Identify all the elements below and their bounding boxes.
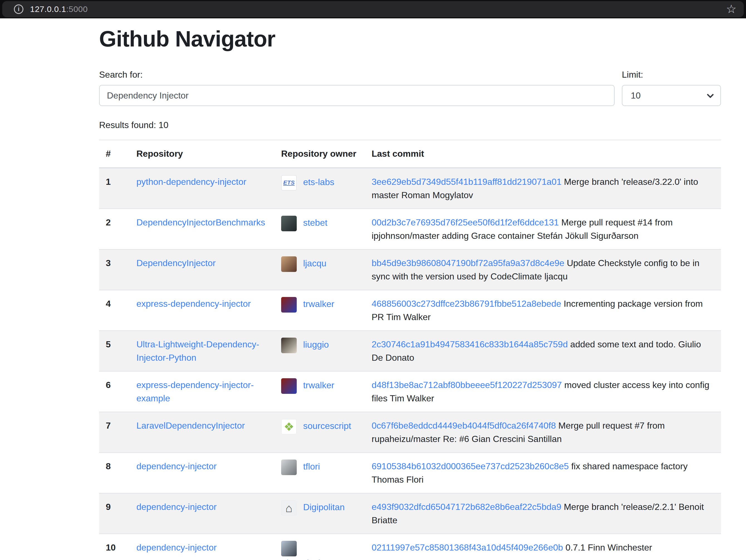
column-header: # xyxy=(99,140,130,168)
row-number: 2 xyxy=(99,209,130,249)
owner-avatar xyxy=(281,460,297,475)
commit-hash-link[interactable]: 3ee629eb5d7349d55f41b119aff81dd219071a01 xyxy=(372,177,562,187)
owner-avatar xyxy=(281,378,297,394)
repo-link[interactable]: dependency-injector xyxy=(136,542,217,553)
repo-link[interactable]: DependencyInjector xyxy=(136,258,216,268)
repo-link[interactable]: python-dependency-injector xyxy=(136,177,246,187)
url-bar[interactable]: i 127.0.0.1:5000 ☆ xyxy=(2,1,744,17)
browser-chrome: i 127.0.0.1:5000 ☆ xyxy=(0,0,746,18)
owner-avatar: ETS xyxy=(281,175,297,190)
owner-avatar: ❖ xyxy=(281,419,297,435)
owner-avatar xyxy=(281,297,297,313)
commit-hash-link[interactable]: d48f13be8ac712abf80bbeeee5f120227d253097 xyxy=(372,380,562,390)
row-number: 3 xyxy=(99,249,130,290)
table-row: 1 python-dependency-injector ETS ets-lab… xyxy=(99,168,721,209)
commit-hash-link[interactable]: 69105384b61032d000365ee737cd2523b260c8e5 xyxy=(372,461,569,471)
row-number: 5 xyxy=(99,331,130,371)
owner-link[interactable]: stebet xyxy=(303,218,327,228)
row-number: 7 xyxy=(99,412,130,452)
commit-hash-link[interactable]: 468856003c273dffce23b86791fbbe512a8ebede xyxy=(372,299,561,309)
repo-link[interactable]: express-dependency-injector xyxy=(136,299,251,309)
repo-link[interactable]: LaravelDependencyInjector xyxy=(136,420,245,431)
commit-hash-link[interactable]: 02111997e57c85801368f43a10d45f409e266e0b xyxy=(372,542,563,553)
owner-link[interactable]: trwalker xyxy=(303,299,334,309)
table-row: 5 Ultra-Lightweight-Dependency-Injector-… xyxy=(99,331,721,371)
owner-link[interactable]: ljacqu xyxy=(303,258,326,268)
commit-hash-link[interactable]: 0c67f6be8eddcd4449eb4044f5df0ca26f4740f8 xyxy=(372,420,556,431)
limit-select[interactable]: 10 xyxy=(622,85,721,106)
bookmark-star-icon[interactable]: ☆ xyxy=(726,3,737,15)
owner-link[interactable]: sourcescript xyxy=(303,421,351,431)
row-number: 6 xyxy=(99,371,130,412)
table-row: 7 LaravelDependencyInjector ❖ sourcescri… xyxy=(99,412,721,452)
repo-link[interactable]: dependency-injector xyxy=(136,461,217,471)
url-port: :5000 xyxy=(66,4,88,13)
owner-link[interactable]: Digipolitan xyxy=(303,502,345,512)
row-number: 4 xyxy=(99,290,130,331)
chevron-down-icon xyxy=(707,91,714,98)
row-number: 9 xyxy=(99,493,130,534)
url-host: 127.0.0.1 xyxy=(30,4,66,13)
commit-hash-link[interactable]: 2c30746c1a91b4947583416c833b1644a85c759d xyxy=(372,339,568,349)
table-row: 2 DependencyInjectorBenchmarks stebet 00… xyxy=(99,209,721,249)
owner-link[interactable]: tflori xyxy=(303,462,320,471)
owner-avatar: ⌂ xyxy=(281,500,297,516)
repo-link[interactable]: express-dependency-injector-example xyxy=(136,380,254,403)
results-table: #RepositoryRepository ownerLast commit 1… xyxy=(99,140,721,560)
page-title: Github Navigator xyxy=(99,26,721,52)
repo-link[interactable]: dependency-injector xyxy=(136,502,217,512)
page-container: Github Navigator Search for: Limit: 10 R… xyxy=(99,26,721,560)
commit-hash-link[interactable]: bb45d9e3b98608047190bf72a95fa9a37d8c4e9e xyxy=(372,258,564,268)
table-row: 10 dependency-injector FinnWinchester 02… xyxy=(99,534,721,560)
table-row: 8 dependency-injector tflori 69105384b61… xyxy=(99,452,721,493)
commit-message: 0.7.1 Finn Winchester xyxy=(565,542,652,553)
search-input[interactable] xyxy=(99,85,614,106)
limit-label: Limit: xyxy=(622,69,721,80)
column-header: Last commit xyxy=(365,140,721,168)
limit-group: Limit: 10 xyxy=(622,69,721,106)
table-header: #RepositoryRepository ownerLast commit xyxy=(99,140,721,168)
owner-avatar xyxy=(281,256,297,272)
owner-avatar xyxy=(281,337,297,353)
table-row: 3 DependencyInjector ljacqu bb45d9e3b986… xyxy=(99,249,721,290)
results-count: Results found: 10 xyxy=(99,120,721,130)
owner-link[interactable]: ets-labs xyxy=(303,177,334,187)
row-number: 10 xyxy=(99,534,130,560)
table-row: 6 express-dependency-injector-example tr… xyxy=(99,371,721,412)
table-row: 4 express-dependency-injector trwalker 4… xyxy=(99,290,721,331)
row-number: 1 xyxy=(99,168,130,209)
search-form: Search for: Limit: 10 xyxy=(99,69,721,106)
row-number: 8 xyxy=(99,452,130,493)
commit-hash-link[interactable]: e493f9032dfcd65047172b682e8b6eaf22c5bda9 xyxy=(372,502,562,512)
repo-link[interactable]: DependencyInjectorBenchmarks xyxy=(136,217,265,227)
url-text: 127.0.0.1:5000 xyxy=(30,4,88,14)
search-label: Search for: xyxy=(99,69,614,80)
commit-hash-link[interactable]: 00d2b3c7e76935d76f25ee50f6d1f2ef6ddce131 xyxy=(372,217,559,227)
owner-link[interactable]: liuggio xyxy=(303,340,329,350)
repo-link[interactable]: Ultra-Lightweight-Dependency-Injector-Py… xyxy=(136,339,259,363)
limit-value: 10 xyxy=(631,90,641,101)
owner-avatar xyxy=(281,216,297,231)
table-row: 9 dependency-injector ⌂ Digipolitan e493… xyxy=(99,493,721,534)
owner-avatar xyxy=(281,541,297,556)
owner-link[interactable]: trwalker xyxy=(303,380,334,390)
column-header: Repository xyxy=(130,140,275,168)
column-header: Repository owner xyxy=(275,140,365,168)
owner-link[interactable]: FinnWinchester xyxy=(281,558,343,560)
search-group: Search for: xyxy=(99,69,614,106)
page-info-icon[interactable]: i xyxy=(14,4,23,14)
